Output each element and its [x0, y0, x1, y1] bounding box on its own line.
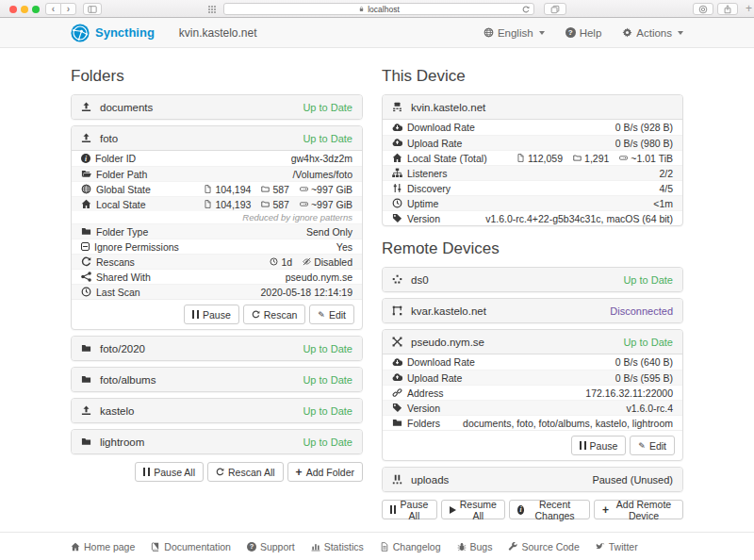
last-scan-row: Last Scan 2020-05-18 12:14:19 — [72, 284, 362, 299]
address-value: 172.16.32.11:22000 — [585, 387, 673, 399]
download-rate-value: 0 B/s (640 B) — [615, 356, 673, 368]
folder-row-lightroom[interactable]: lightroom Up to Date — [72, 430, 362, 453]
rescan-all-button[interactable]: Rescan All — [207, 462, 284, 482]
globe-icon — [484, 27, 494, 38]
device-status: Up to Date — [623, 337, 673, 348]
footer-link-home[interactable]: Home page — [71, 541, 135, 552]
syncthing-brand[interactable]: Syncthing — [71, 24, 155, 42]
rescan-folder-button[interactable]: Rescan — [243, 305, 306, 324]
help-menu[interactable]: ? Help — [566, 27, 602, 39]
reload-button[interactable] — [522, 6, 530, 13]
extension-button[interactable] — [693, 3, 713, 15]
device-row-uploads[interactable]: uploads Paused (Unused) — [383, 468, 682, 491]
device-name: uploads — [411, 474, 449, 486]
actions-menu[interactable]: Actions — [622, 27, 683, 39]
global-state-row: Global State 104,194 587 ~997 GiB — [72, 181, 362, 196]
address-bar[interactable]: localhost — [223, 3, 534, 15]
lock-icon — [358, 6, 365, 12]
recent-changes-button[interactable]: Recent Changes — [509, 500, 590, 519]
pause-all-folders-button[interactable]: Pause All — [135, 462, 204, 482]
footer-link-changelog[interactable]: Changelog — [380, 541, 441, 552]
close-window-button[interactable] — [9, 6, 17, 13]
forward-button[interactable]: › — [60, 3, 76, 15]
folder-row-foto[interactable]: foto Up to Date — [72, 126, 362, 150]
ignore-permissions-row: Ignore Permissions Yes — [72, 239, 362, 254]
help-icon: ? — [566, 27, 576, 38]
this-device-title: This Device — [382, 67, 683, 86]
device-status: Up to Date — [623, 274, 673, 286]
home-icon — [71, 542, 80, 552]
pause-device-button[interactable]: Pause — [571, 436, 627, 455]
folder-name: foto — [100, 133, 118, 144]
folder-row-documents[interactable]: documents Up to Date — [72, 95, 362, 119]
new-tab-button[interactable]: + — [746, 2, 752, 15]
hdd-icon — [300, 185, 308, 193]
share-button[interactable] — [717, 3, 738, 15]
rescan-interval: 1d — [281, 256, 292, 268]
global-dirs: 587 — [272, 184, 289, 195]
folder-row-foto-2020[interactable]: foto/2020 Up to Date — [72, 337, 362, 360]
row-label: Version — [407, 403, 440, 414]
pause-all-devices-button[interactable]: Pause All — [382, 500, 437, 519]
folder-icon — [81, 374, 91, 385]
pencil-icon: ✎ — [318, 310, 325, 320]
global-files: 104,194 — [215, 184, 251, 195]
footer-link-documentation[interactable]: Documentation — [151, 541, 231, 552]
sidebar-toggle-button[interactable] — [83, 3, 102, 15]
folder-type-row: Folder Type Send Only — [72, 223, 362, 239]
device-row-pseudo[interactable]: pseudo.nym.se Up to Date — [383, 330, 682, 354]
edit-folder-button[interactable]: ✎Edit — [309, 305, 354, 324]
clock-icon — [270, 257, 278, 266]
actions-menu-label: Actions — [636, 27, 672, 39]
pause-icon — [143, 468, 150, 476]
minimize-window-button[interactable] — [21, 6, 28, 13]
bug-icon — [457, 542, 467, 552]
footer-link-twitter[interactable]: Twitter — [596, 541, 638, 552]
folder-name: foto/albums — [100, 374, 156, 386]
pause-folder-button[interactable]: Pause — [184, 305, 239, 324]
device-row-kvar[interactable]: kvar.kastelo.net Disconnected — [383, 299, 682, 322]
tab-overview-button[interactable] — [544, 3, 566, 15]
footer-link-source-code[interactable]: Source Code — [508, 541, 579, 552]
add-folder-button[interactable]: +Add Folder — [287, 462, 363, 482]
folder-row-kastelo[interactable]: kastelo Up to Date — [72, 399, 362, 422]
back-button[interactable]: ‹ — [45, 3, 61, 15]
version-value: v1.6.0-rc.4 — [626, 403, 673, 414]
resume-all-button[interactable]: Resume All — [441, 500, 505, 519]
url-host: localhost — [368, 5, 400, 14]
listeners-row: Listeners 2/2 — [383, 165, 682, 180]
footer-link-support[interactable]: Support — [247, 541, 295, 552]
cloud-download-icon — [392, 357, 402, 368]
remote-device-paused-icon — [392, 474, 402, 485]
row-label: Folder ID — [95, 153, 136, 164]
folder-open-icon — [81, 169, 91, 179]
footer-link-statistics[interactable]: Statistics — [311, 541, 364, 552]
add-remote-device-button[interactable]: +Add Remote Device — [594, 500, 683, 519]
row-label: Global State — [96, 184, 151, 195]
row-label: Folders — [407, 418, 440, 429]
twitter-icon — [596, 542, 605, 552]
folder-path-value: /Volumes/foto — [292, 169, 352, 180]
edit-device-button[interactable]: ✎Edit — [630, 436, 675, 455]
chevron-down-icon — [678, 31, 683, 35]
this-device-row[interactable]: kvin.kastelo.net — [383, 95, 682, 119]
folder-status: Up to Date — [303, 102, 352, 113]
share-icon — [81, 272, 91, 282]
footer-link-bugs[interactable]: Bugs — [457, 541, 493, 552]
row-label: Address — [407, 387, 444, 399]
device-name: kvar.kastelo.net — [411, 305, 486, 317]
address-row: Address 172.16.32.11:22000 — [383, 385, 682, 400]
cloud-upload-icon — [392, 138, 402, 148]
page-footer: Home page Documentation Support Statisti… — [0, 532, 754, 560]
pause-icon — [580, 441, 586, 450]
minus-square-icon — [81, 242, 90, 251]
version-row: Version v1.6.0-rc.4+22-g5b34c31c, macOS … — [383, 210, 682, 225]
device-row-ds0[interactable]: ds0 Up to Date — [383, 268, 682, 291]
listeners-value: 2/2 — [659, 168, 673, 179]
folder-name: kastelo — [100, 405, 134, 417]
folder-status: Up to Date — [303, 436, 352, 448]
language-menu[interactable]: English — [484, 27, 545, 39]
folder-row-foto-albums[interactable]: foto/albums Up to Date — [72, 368, 362, 391]
zoom-window-button[interactable] — [32, 6, 40, 13]
favorites-grid-button[interactable] — [203, 3, 221, 15]
